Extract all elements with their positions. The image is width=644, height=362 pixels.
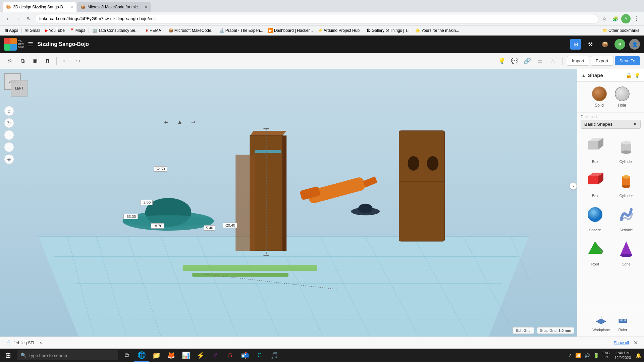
collapse-icon[interactable]: ▲ xyxy=(581,73,586,78)
lock-icon[interactable]: 🔒 xyxy=(626,73,632,78)
taskbar-search[interactable]: 🔍 Type here to search xyxy=(17,350,118,360)
download-bar-close[interactable]: ✕ xyxy=(632,339,640,347)
share-button[interactable]: 🔗 xyxy=(522,55,533,67)
reload-button[interactable]: ↻ xyxy=(24,14,34,23)
chevron-tray-icon[interactable]: ∧ xyxy=(568,352,573,358)
workplane-button[interactable]: Workplane xyxy=(592,315,610,332)
browser-window: 🎨 3D design Sizzling Sango-Bojo | ✕ 📦 Mi… xyxy=(0,0,644,362)
bookmark-apps[interactable]: ⊞ Apps xyxy=(3,27,20,34)
copy-button[interactable]: ⎘ xyxy=(4,55,15,67)
menu-button[interactable]: ⋮ xyxy=(632,14,641,23)
forward-button[interactable]: › xyxy=(13,14,23,23)
taskbar-app-arduino[interactable]: ⚡ xyxy=(193,349,208,362)
taskbar-app-music[interactable]: 🎵 xyxy=(267,349,282,362)
taskbar-app-firefox[interactable]: 🦊 xyxy=(164,349,178,362)
grid-view-button[interactable]: ⊞ xyxy=(570,39,581,50)
show-all-link[interactable]: Show all xyxy=(614,341,629,345)
nav-cube[interactable]: back LEFT xyxy=(4,73,31,100)
category-dropdown[interactable]: Basic Shapes ▼ xyxy=(581,120,641,129)
group-button[interactable]: ▣ xyxy=(30,55,41,67)
bookmark-youtube[interactable]: ▶ YouTube xyxy=(43,27,67,34)
network-icon[interactable]: 📶 xyxy=(574,352,582,359)
shape-roof[interactable]: Roof xyxy=(581,235,610,267)
new-tab-button[interactable]: + xyxy=(152,6,161,12)
ruler-button[interactable]: Ruler xyxy=(617,315,629,332)
taskbar-app-powerpoint[interactable]: 📊 xyxy=(178,349,193,362)
panel-expand-arrow[interactable]: › xyxy=(570,182,577,190)
delete-button[interactable]: 🗑 xyxy=(42,55,54,67)
language-indicator[interactable]: ENG IN xyxy=(601,351,611,359)
import-button[interactable]: Import xyxy=(567,56,589,66)
shape-cylinder-orange[interactable]: Cylinder xyxy=(612,167,641,199)
battery-icon[interactable]: 🔋 xyxy=(592,352,600,359)
shape-cone[interactable]: Cone xyxy=(612,235,641,267)
task-view-button[interactable]: ⧉ xyxy=(119,349,134,362)
bookmark-gallery[interactable]: 🖼 Gallery of Things | T... xyxy=(365,27,413,34)
sound-icon[interactable]: 🔊 xyxy=(583,352,591,359)
zoom-out-button[interactable]: − xyxy=(4,142,14,152)
bookmark-makecode[interactable]: 📦 Microsoft MakeCode... xyxy=(166,27,217,34)
measure-5: 5.40 xyxy=(204,225,215,231)
bookmark-tata[interactable]: 🏢 Tata Consultancy Se... xyxy=(90,27,141,34)
bookmark-prabal[interactable]: 🔬 Prabal - The Experi... xyxy=(217,27,265,34)
cube-left-face[interactable]: LEFT xyxy=(11,80,28,97)
shape-box-red[interactable]: Box xyxy=(581,167,610,199)
measure-18: 18.70 xyxy=(151,223,164,229)
start-button[interactable]: ⊞ xyxy=(0,349,16,362)
notification-icon[interactable]: 🔔 xyxy=(634,352,643,359)
bookmark-yours[interactable]: 🌟 Yours for the makin... xyxy=(413,27,461,34)
tab-active-close[interactable]: ✕ xyxy=(70,5,73,9)
download-chevron[interactable]: ∧ xyxy=(38,340,44,346)
hole-type[interactable]: Hole xyxy=(615,86,630,108)
edit-grid-button[interactable]: Edit Grid xyxy=(513,327,534,334)
sendto-button[interactable]: Send To xyxy=(615,56,640,65)
zoom-in-button[interactable]: + xyxy=(4,130,14,140)
back-button[interactable]: ‹ xyxy=(3,14,12,23)
layout-button[interactable]: ☰ xyxy=(534,55,546,67)
light-button[interactable]: 💡 xyxy=(496,55,507,67)
other-bookmarks[interactable]: 📁 Other bookmarks xyxy=(600,27,641,34)
solid-type[interactable]: Solid xyxy=(592,86,607,108)
taskbar-app-postman[interactable]: 📬 xyxy=(237,349,252,362)
taskbar-app-sketchbook[interactable]: S xyxy=(223,349,237,362)
bookmark-dashboard[interactable]: ▶ Dashboard | Hacker... xyxy=(266,27,315,34)
bookmark-gmail[interactable]: ✉ Gmail xyxy=(23,27,42,34)
taskbar-app-explorer[interactable]: 📁 xyxy=(149,349,164,362)
transform-arrows: ↙ ▲ ↘ xyxy=(164,119,195,126)
tab-active[interactable]: 🎨 3D design Sizzling Sango-Bojo | ✕ xyxy=(3,2,76,12)
taskbar-app-chrome[interactable]: 🌐 xyxy=(134,349,149,362)
shape-box-gray[interactable]: Box xyxy=(581,133,610,165)
zoom-fit-button[interactable]: ⊕ xyxy=(4,154,14,164)
taskbar: ⊞ 🔍 Type here to search ⧉ 🌐 📁 🦊 📊 ⚡ xyxy=(0,349,644,362)
address-bar[interactable] xyxy=(35,14,598,23)
viewport[interactable]: 52.50 -2.00 -63.00 18.70 5.40 -20.40 bac… xyxy=(0,69,577,337)
models-button[interactable]: 📦 xyxy=(600,39,610,50)
hamburger-menu[interactable]: ☰ xyxy=(28,41,33,48)
tab-inactive[interactable]: 📦 Microsoft MakeCode for micro:... ✕ xyxy=(77,2,151,12)
taskbar-apps: 🌐 📁 🦊 📊 ⚡ # S 📬 C xyxy=(134,349,282,362)
bookmark-hema[interactable]: H HEMA xyxy=(144,27,163,34)
profile-header-button[interactable]: P xyxy=(614,39,625,50)
tab-inactive-close[interactable]: ✕ xyxy=(145,5,148,9)
export-button[interactable]: Export xyxy=(591,56,613,66)
home-view-button[interactable]: ⌂ xyxy=(4,106,14,116)
shape-sphere-blue[interactable]: Sphere xyxy=(581,201,610,233)
undo-button[interactable]: ↩ xyxy=(59,55,71,67)
bookmark-maps[interactable]: 📍 Maps xyxy=(67,27,87,34)
profile-button[interactable]: A xyxy=(621,14,631,23)
bulb-icon[interactable]: 💡 xyxy=(634,73,640,78)
tools-button[interactable]: ⚒ xyxy=(585,39,596,50)
redo-button[interactable]: ↪ xyxy=(72,55,84,67)
shape-cylinder-gray[interactable]: Cylinder xyxy=(612,133,641,165)
bookmark-arduino[interactable]: ⚡ Arduino Project Hub xyxy=(316,27,362,34)
duplicate-button[interactable]: ⧉ xyxy=(17,55,28,67)
extensions-button[interactable]: 🧩 xyxy=(610,14,620,23)
clock[interactable]: 1:40 PM 12/9/2020 xyxy=(612,351,634,360)
rotate-button[interactable]: ↻ xyxy=(4,118,14,128)
taskbar-app-canva[interactable]: C xyxy=(252,349,267,362)
3d-view-button[interactable]: △ xyxy=(547,55,558,67)
bookmark-button[interactable]: ☆ xyxy=(600,14,609,23)
taskbar-app-slack[interactable]: # xyxy=(208,349,223,362)
shape-scribble[interactable]: Scribble xyxy=(612,201,641,233)
comment-button[interactable]: 💬 xyxy=(509,55,520,67)
